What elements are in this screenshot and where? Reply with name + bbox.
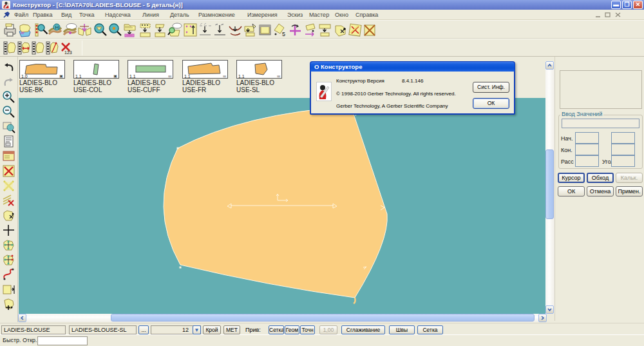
svg-text:123: 123 (64, 50, 72, 55)
svg-text:H: H (55, 24, 59, 30)
svg-text:5: 5 (282, 31, 285, 37)
